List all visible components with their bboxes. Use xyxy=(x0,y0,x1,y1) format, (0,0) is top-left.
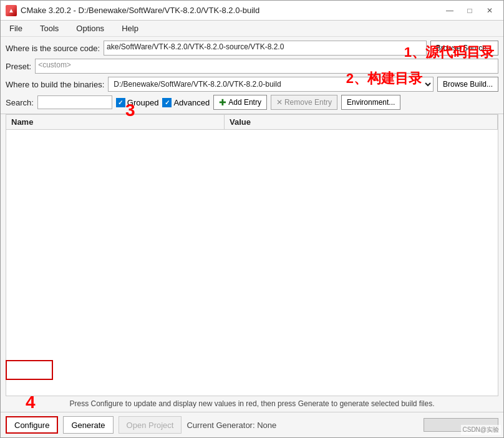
window-title: CMake 3.20.2 - D:/Benewake/SoftWare/VTK-… xyxy=(21,6,259,15)
remove-icon: ✕ xyxy=(276,98,283,107)
source-label: Where is the source code: xyxy=(6,44,100,53)
title-bar-left: ▲ CMake 3.20.2 - D:/Benewake/SoftWare/VT… xyxy=(6,5,259,16)
app-icon: ▲ xyxy=(6,5,17,16)
main-window: ▲ CMake 3.20.2 - D:/Benewake/SoftWare/VT… xyxy=(0,0,504,438)
search-input[interactable] xyxy=(37,95,112,109)
source-row: Where is the source code: ake/SoftWare/V… xyxy=(6,41,498,56)
controls-row: Search: ✓ Grouped ✓ Advanced ✚ Add Entry… xyxy=(6,95,498,110)
menu-file[interactable]: File xyxy=(6,22,26,34)
preset-value: <custom> xyxy=(35,59,498,74)
remove-entry-label: Remove Entry xyxy=(284,98,332,107)
preset-row: Preset: <custom> xyxy=(6,59,498,74)
add-entry-label: Add Entry xyxy=(228,98,261,107)
col-name-header: Name xyxy=(6,115,225,129)
add-entry-button[interactable]: ✚ Add Entry xyxy=(213,95,267,110)
maximize-button[interactable]: □ xyxy=(461,4,478,17)
entries-table: Name Value xyxy=(6,114,498,396)
browse-source-button[interactable]: Browse Source... xyxy=(430,41,498,56)
source-path-display: ake/SoftWare/VTK-8.2.0/VTK-8.2.0-source/… xyxy=(104,41,427,56)
configure-button[interactable]: Configure xyxy=(6,416,58,434)
menu-tools[interactable]: Tools xyxy=(36,22,62,34)
open-project-button[interactable]: Open Project xyxy=(119,416,182,434)
close-button[interactable]: ✕ xyxy=(481,4,498,17)
table-header: Name Value xyxy=(6,115,498,130)
watermark: CSDN@实验 xyxy=(461,425,502,435)
minimize-button[interactable]: — xyxy=(441,4,458,17)
col-value-header: Value xyxy=(225,115,498,129)
grouped-checkbox[interactable]: ✓ xyxy=(116,98,125,107)
search-label: Search: xyxy=(6,98,34,107)
build-row: Where to build the binaries: D:/Benewake… xyxy=(6,77,498,92)
preset-label: Preset: xyxy=(6,62,31,71)
menu-bar: File Tools Options Help xyxy=(1,21,503,37)
title-bar: ▲ CMake 3.20.2 - D:/Benewake/SoftWare/VT… xyxy=(1,1,503,21)
advanced-label: Advanced xyxy=(173,98,210,107)
generator-label: Current Generator: None xyxy=(187,421,276,430)
add-icon: ✚ xyxy=(219,97,226,107)
generate-button[interactable]: Generate xyxy=(63,416,113,434)
menu-help[interactable]: Help xyxy=(118,22,142,34)
status-message: Press Configure to update and display ne… xyxy=(69,399,434,408)
title-controls: — □ ✕ xyxy=(441,4,498,17)
remove-entry-button[interactable]: ✕ Remove Entry xyxy=(271,95,337,110)
table-body xyxy=(6,130,498,396)
environment-button[interactable]: Environment... xyxy=(341,95,400,110)
grouped-checkbox-label[interactable]: ✓ Grouped xyxy=(116,98,159,107)
toolbar: Where is the source code: ake/SoftWare/V… xyxy=(1,37,503,114)
advanced-checkbox[interactable]: ✓ xyxy=(162,98,172,107)
build-label: Where to build the binaries: xyxy=(6,80,104,89)
menu-options[interactable]: Options xyxy=(72,22,108,34)
browse-build-button[interactable]: Browse Build... xyxy=(437,77,498,92)
bottom-bar: Configure Generate Open Project Current … xyxy=(1,412,503,437)
advanced-checkbox-label[interactable]: ✓ Advanced xyxy=(162,98,210,107)
build-path-select[interactable]: D:/Benewake/SoftWare/VTK-8.2.0/VTK-8.2.0… xyxy=(108,77,434,92)
status-bar: Press Configure to update and display ne… xyxy=(1,396,503,412)
grouped-label: Grouped xyxy=(127,98,159,107)
build-path-wrapper: D:/Benewake/SoftWare/VTK-8.2.0/VTK-8.2.0… xyxy=(108,77,434,92)
